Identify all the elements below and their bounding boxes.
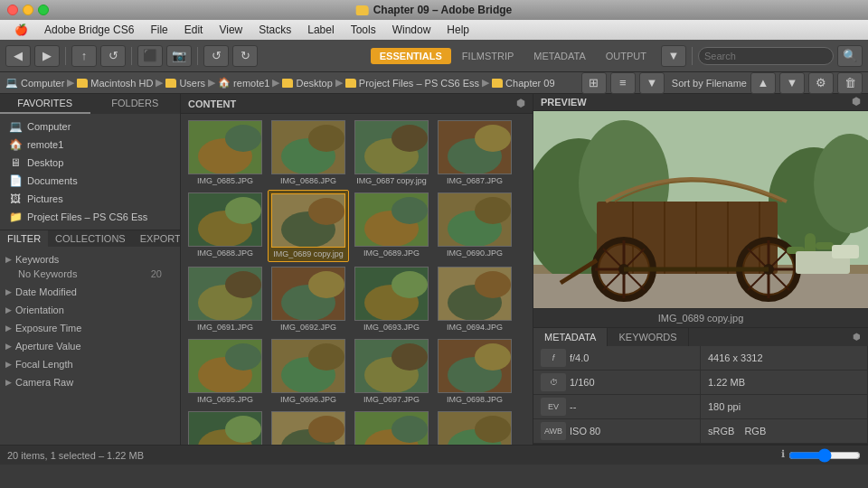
delete-button[interactable]: 🗑 bbox=[837, 72, 863, 94]
tab-output[interactable]: OUTPUT bbox=[597, 48, 656, 64]
thumbnail-item-7[interactable]: IMG_0690.JPG bbox=[434, 190, 515, 262]
back-button[interactable]: ◀ bbox=[5, 45, 31, 67]
menu-view[interactable]: View bbox=[212, 22, 250, 38]
thumbnail-item-19[interactable]: IMG_0717.JPG bbox=[434, 408, 515, 445]
thumbnail-item-10[interactable]: IMG_0693.JPG bbox=[351, 264, 432, 334]
filter-exposure-header[interactable]: ▶ Exposure Time bbox=[0, 321, 180, 335]
bc-chapter[interactable]: Chapter 09 bbox=[492, 78, 554, 89]
thumbnail-item-17[interactable]: IMG_0714.JPG bbox=[268, 408, 349, 445]
menu-window[interactable]: Window bbox=[385, 22, 439, 38]
thumbnail-item-3[interactable]: IMG_0687.JPG bbox=[434, 117, 515, 188]
fav-desktop[interactable]: 🖥 Desktop bbox=[0, 154, 180, 172]
bc-desktop[interactable]: Desktop bbox=[282, 78, 332, 89]
sort-asc-button[interactable]: ▲ bbox=[750, 72, 776, 94]
thumbnail-item-15[interactable]: IMG_0698.JPG bbox=[434, 336, 515, 407]
forward-button[interactable]: ▶ bbox=[34, 45, 60, 67]
tab-metadata-panel[interactable]: METADATA bbox=[533, 328, 608, 346]
maximize-button[interactable] bbox=[38, 5, 49, 15]
up-button[interactable]: ↑ bbox=[71, 45, 97, 67]
bc-macintosh[interactable]: Macintosh HD bbox=[77, 78, 153, 89]
workspace-tabs: ESSENTIALS FILMSTRIP METADATA OUTPUT ▼ bbox=[371, 45, 686, 67]
folder-icon-bc bbox=[165, 79, 176, 88]
view-toggle-list[interactable]: ≡ bbox=[610, 72, 636, 94]
camera-button[interactable]: 📷 bbox=[166, 45, 192, 67]
fav-projectfiles[interactable]: 📁 Project Files – PS CS6 Ess bbox=[0, 208, 180, 226]
fav-documents[interactable]: 📄 Documents bbox=[0, 172, 180, 190]
thumbnail-item-8[interactable]: IMG_0691.JPG bbox=[184, 264, 266, 334]
rotate-left-button[interactable]: ↺ bbox=[203, 45, 229, 67]
tab-folders[interactable]: FOLDERS bbox=[90, 94, 181, 114]
filter-keywords-header[interactable]: ▶ Keywords bbox=[0, 252, 180, 267]
menu-tools[interactable]: Tools bbox=[344, 22, 383, 38]
thumbnail-item-9[interactable]: IMG_0692.JPG bbox=[268, 264, 349, 334]
apple-menu[interactable]: 🍎 bbox=[7, 22, 35, 38]
fav-pictures[interactable]: 🖼 Pictures bbox=[0, 190, 180, 208]
close-button[interactable] bbox=[7, 5, 18, 15]
menu-file[interactable]: File bbox=[143, 22, 175, 38]
reveal-button[interactable]: ⬛ bbox=[137, 45, 163, 67]
traffic-lights[interactable] bbox=[7, 5, 49, 15]
filter-cameraraw-header[interactable]: ▶ Camera Raw bbox=[0, 375, 180, 389]
tab-metadata[interactable]: METADATA bbox=[524, 48, 594, 64]
computer-icon: 💻 bbox=[5, 77, 18, 89]
menu-label[interactable]: Label bbox=[300, 22, 341, 38]
filter-aperture-header[interactable]: ▶ Aperture Value bbox=[0, 339, 180, 353]
thumbnail-item-18[interactable]: IMG_...JPG bbox=[351, 408, 432, 445]
search-input[interactable] bbox=[698, 47, 834, 65]
bc-computer[interactable]: 💻 Computer bbox=[5, 77, 64, 89]
thumbnail-image-7 bbox=[438, 192, 512, 247]
refresh-button[interactable]: ↺ bbox=[100, 45, 126, 67]
filter-orientation-header[interactable]: ▶ Orientation bbox=[0, 303, 180, 317]
thumbnail-item-1[interactable]: IMG_0686.JPG bbox=[268, 117, 349, 188]
preview-expand-button[interactable]: ⬢ bbox=[852, 96, 861, 108]
thumbnail-item-12[interactable]: IMG_0695.JPG bbox=[184, 336, 266, 407]
view-toggle-grid[interactable]: ⊞ bbox=[581, 72, 607, 94]
sort-options-button[interactable]: ▼ bbox=[779, 72, 805, 94]
metadata-expand-button[interactable]: ⬢ bbox=[845, 328, 868, 346]
thumbnail-item-6[interactable]: IMG_0689.JPG bbox=[351, 190, 432, 262]
rotate-right-button[interactable]: ↻ bbox=[232, 45, 258, 67]
filter-focal-header[interactable]: ▶ Focal Length bbox=[0, 357, 180, 371]
thumbnail-item-0[interactable]: IMG_0685.JPG bbox=[184, 117, 266, 188]
workspace-menu-button[interactable]: ▼ bbox=[661, 45, 686, 67]
thumbnail-item-16[interactable]: IMG_0705.JPG bbox=[184, 408, 266, 445]
svg-point-38 bbox=[225, 343, 261, 371]
content-expand-button[interactable]: ⬢ bbox=[516, 98, 525, 109]
view-menu[interactable]: ▼ bbox=[639, 72, 665, 94]
minimize-button[interactable] bbox=[23, 5, 33, 15]
bc-remote1[interactable]: 🏠 remote1 bbox=[218, 77, 269, 89]
thumbnail-item-14[interactable]: IMG_0697.JPG bbox=[351, 336, 432, 407]
bc-project[interactable]: Project Files – PS CS6 Ess bbox=[345, 78, 479, 89]
thumbnail-item-4[interactable]: IMG_0688.JPG bbox=[184, 190, 266, 262]
menu-stacks[interactable]: Stacks bbox=[251, 22, 298, 38]
filter-tab-collections[interactable]: COLLECTIONS bbox=[48, 230, 133, 247]
thumbnail-item-2[interactable]: IMG_0687 copy.jpg bbox=[351, 117, 432, 188]
tab-essentials[interactable]: ESSENTIALS bbox=[371, 48, 451, 64]
bc-users[interactable]: Users bbox=[165, 78, 205, 89]
thumbnail-item-13[interactable]: IMG_0696.JPG bbox=[268, 336, 349, 407]
svg-point-14 bbox=[225, 197, 261, 224]
menu-help[interactable]: Help bbox=[439, 22, 476, 38]
fav-computer[interactable]: 💻 Computer bbox=[0, 117, 180, 136]
thumbnail-item-11[interactable]: IMG_0694.JPG bbox=[434, 264, 515, 334]
tab-filmstrip[interactable]: FILMSTRIP bbox=[453, 48, 523, 64]
fav-remote1[interactable]: 🏠 remote1 bbox=[0, 136, 180, 154]
filter-orientation-section: ▶ Orientation bbox=[0, 301, 180, 319]
action-button[interactable]: ⚙ bbox=[808, 72, 834, 94]
thumbnail-label-2: IMG_0687 copy.jpg bbox=[356, 176, 426, 185]
filter-no-keywords[interactable]: No Keywords 20 bbox=[0, 267, 180, 281]
thumbnail-label-1: IMG_0686.JPG bbox=[280, 176, 336, 185]
filter-tab-export[interactable]: EXPORT bbox=[133, 230, 180, 247]
thumbnail-item-5[interactable]: IMG_0689 copy.jpg bbox=[268, 190, 349, 262]
filter-cameraraw-section: ▶ Camera Raw bbox=[0, 373, 180, 391]
menu-edit[interactable]: Edit bbox=[177, 22, 211, 38]
menu-bridge[interactable]: Adobe Bridge CS6 bbox=[37, 22, 141, 38]
search-button[interactable]: 🔍 bbox=[837, 45, 863, 67]
filter-datemodified-header[interactable]: ▶ Date Modified bbox=[0, 285, 180, 299]
thumbnail-image-15 bbox=[438, 339, 512, 393]
tab-favorites[interactable]: FAVORITES bbox=[0, 94, 90, 114]
zoom-slider[interactable] bbox=[788, 448, 861, 463]
info-icon[interactable]: ℹ bbox=[781, 448, 785, 463]
filter-tab-filter[interactable]: FILTER bbox=[0, 230, 48, 247]
tab-keywords-panel[interactable]: KEYWORDS bbox=[608, 328, 688, 346]
